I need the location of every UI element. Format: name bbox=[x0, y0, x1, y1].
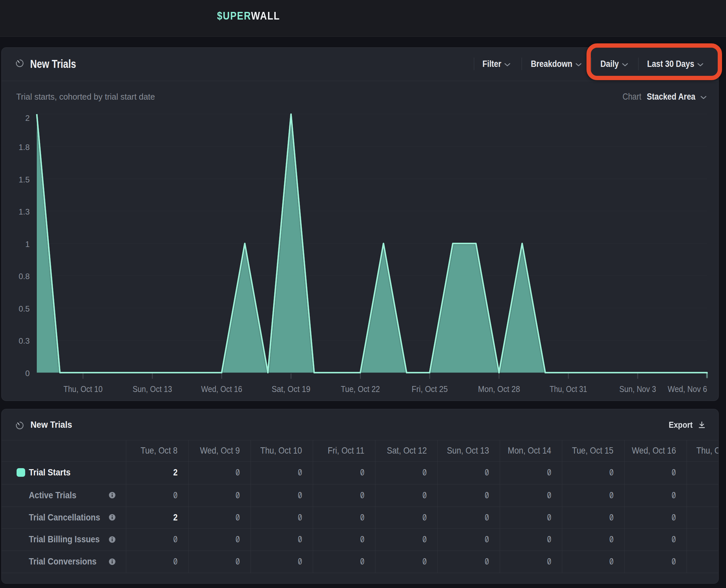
svg-text:Sat, Oct 19: Sat, Oct 19 bbox=[272, 384, 310, 394]
svg-text:1.3: 1.3 bbox=[19, 207, 29, 216]
svg-text:Thu, Oct 31: Thu, Oct 31 bbox=[550, 384, 587, 394]
svg-text:Wed, Nov 6: Wed, Nov 6 bbox=[668, 384, 707, 394]
svg-text:Mon, Oct 28: Mon, Oct 28 bbox=[478, 384, 520, 394]
svg-text:0.5: 0.5 bbox=[19, 304, 29, 313]
svg-text:1.5: 1.5 bbox=[19, 175, 29, 184]
svg-text:Sun, Oct 13: Sun, Oct 13 bbox=[133, 384, 172, 394]
svg-text:0: 0 bbox=[25, 369, 29, 378]
svg-text:Wed, Oct 16: Wed, Oct 16 bbox=[201, 384, 242, 394]
svg-text:Thu, Oct 10: Thu, Oct 10 bbox=[64, 384, 103, 394]
svg-text:2: 2 bbox=[25, 113, 29, 123]
svg-text:1.8: 1.8 bbox=[19, 143, 29, 152]
svg-text:Tue, Oct 22: Tue, Oct 22 bbox=[341, 384, 380, 394]
svg-text:Sun, Nov 3: Sun, Nov 3 bbox=[619, 384, 656, 394]
svg-text:Fri, Oct 25: Fri, Oct 25 bbox=[411, 384, 448, 394]
svg-text:0.3: 0.3 bbox=[19, 336, 29, 345]
svg-text:1: 1 bbox=[25, 240, 29, 249]
svg-text:0.8: 0.8 bbox=[19, 272, 29, 281]
